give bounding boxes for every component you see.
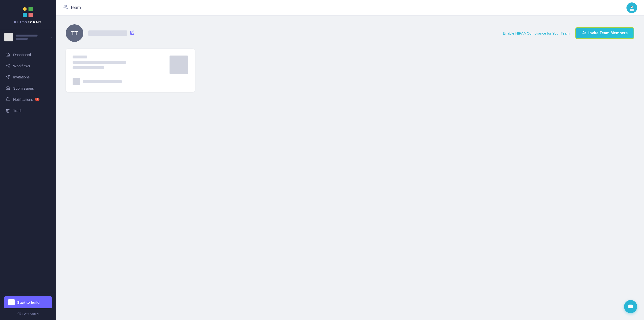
header-title-area: Team (63, 5, 81, 11)
hipaa-compliance-link[interactable]: Enable HIPAA Compliance for Your Team (503, 31, 570, 35)
svg-rect-20 (629, 305, 633, 308)
sidebar-item-invitations[interactable]: Invitations (0, 71, 56, 82)
send-icon (5, 74, 10, 80)
get-started-link[interactable]: ⓘ Get Started (4, 312, 52, 316)
dashboard-label: Dashboard (13, 52, 31, 57)
page-title: Team (70, 5, 81, 10)
bell-icon (5, 97, 10, 102)
house-icon (5, 52, 10, 57)
sidebar-item-dashboard[interactable]: Dashboard (0, 49, 56, 60)
chat-button[interactable] (624, 300, 637, 313)
card-content-lines (72, 56, 126, 69)
notifications-label: Notifications (13, 98, 33, 102)
svg-point-7 (9, 67, 10, 68)
card-line-3 (72, 66, 104, 69)
sidebar-item-workflows[interactable]: Workflows (0, 60, 56, 71)
workspace-sub-line (16, 38, 28, 40)
start-build-label: Start to build (17, 300, 40, 304)
main-content: Team TT (56, 0, 644, 320)
team-avatar-initials: TT (71, 30, 78, 36)
get-started-label: Get Started (22, 312, 38, 316)
chevron-right-icon: › (51, 35, 52, 39)
workspace-info (16, 34, 49, 40)
svg-rect-23 (630, 306, 631, 307)
edit-team-icon[interactable] (130, 30, 134, 36)
team-avatar: TT (66, 24, 83, 42)
svg-rect-2 (23, 13, 27, 17)
card-line-2 (72, 61, 126, 64)
sidebar-item-submissions[interactable]: Submissions (0, 82, 56, 94)
svg-point-10 (64, 5, 66, 7)
workflows-label: Workflows (13, 64, 30, 68)
workspace-selector[interactable]: › (0, 29, 56, 45)
svg-rect-1 (28, 7, 33, 11)
invite-icon (582, 31, 586, 35)
platoforms-logo-icon (22, 6, 34, 18)
invitations-label: Invitations (13, 75, 30, 79)
team-card (66, 49, 195, 92)
team-actions: Enable HIPAA Compliance for Your Team In… (503, 27, 634, 39)
avatar-illustration (628, 4, 635, 11)
card-footer (72, 78, 188, 85)
info-icon: ⓘ (18, 312, 21, 316)
trash-label: Trash (13, 108, 22, 113)
card-footer-square (72, 78, 80, 85)
sidebar-item-notifications[interactable]: Notifications 1 (0, 94, 56, 105)
header: Team (56, 0, 644, 16)
sidebar-logo: PLATOFORMS (0, 0, 56, 29)
chat-icon (628, 304, 633, 309)
workspace-name-line (16, 34, 38, 36)
start-build-button[interactable]: Start to build (4, 296, 52, 308)
svg-rect-22 (630, 306, 632, 306)
svg-point-6 (9, 64, 10, 65)
svg-rect-4 (7, 55, 8, 56)
sidebar-item-trash[interactable]: Trash (0, 105, 56, 116)
team-header: TT Enable HIPAA Compliance for Your Team… (66, 24, 634, 42)
svg-point-17 (583, 32, 584, 33)
user-avatar[interactable] (626, 2, 637, 13)
inbox-icon (5, 86, 10, 90)
svg-rect-13 (630, 9, 634, 11)
notifications-badge: 1 (35, 98, 40, 101)
svg-marker-0 (23, 7, 27, 11)
card-thumbnail (170, 56, 188, 74)
invite-team-members-button[interactable]: Invite Team Members (575, 27, 634, 39)
page-content: TT Enable HIPAA Compliance for Your Team… (56, 16, 644, 320)
logo-text: PLATOFORMS (14, 20, 42, 24)
workflow-icon (5, 63, 10, 68)
svg-point-5 (6, 66, 7, 66)
sidebar-bottom: Start to build ⓘ Get Started (0, 292, 56, 320)
users-icon (63, 5, 68, 11)
card-line-1 (72, 56, 87, 58)
workspace-icon (4, 33, 13, 42)
team-name-area (88, 30, 134, 36)
trash-icon (5, 108, 10, 113)
card-row-main (72, 56, 188, 74)
sidebar: PLATOFORMS › Dashboard Workflows Inv (0, 0, 56, 320)
svg-rect-3 (28, 13, 33, 17)
submissions-label: Submissions (13, 86, 34, 90)
team-name-placeholder (88, 30, 127, 36)
start-build-icon (8, 299, 14, 306)
invite-btn-label: Invite Team Members (588, 31, 628, 35)
card-footer-line (83, 80, 122, 83)
sidebar-nav: Dashboard Workflows Invitations Submissi… (0, 45, 56, 292)
